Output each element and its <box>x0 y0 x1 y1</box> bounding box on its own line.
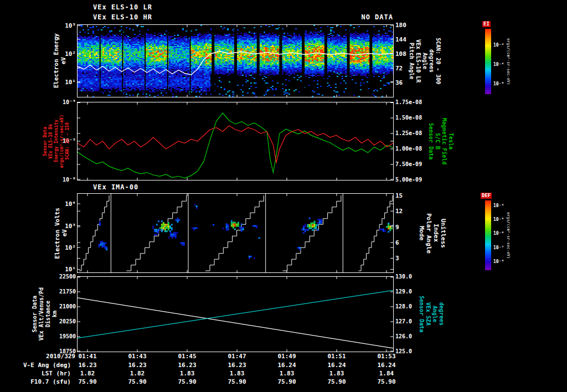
panel-els-spectrogram <box>77 24 394 97</box>
p2-left-axis-title-line: ergs/(cm²-sr-sec-eV) <box>60 115 64 168</box>
p2-left-axis-title: Sensor DataVEx ELS-10 BkEnergy Intensity… <box>43 102 70 180</box>
p1-right-axis-title-line: Pitch Angle <box>409 43 414 79</box>
p3-left-tick: 10¹ <box>32 266 76 273</box>
p4-right-tick: 126.0 <box>395 333 412 339</box>
no-data-status: NO DATA <box>332 13 393 21</box>
p3-right-axis-title-line: Polar Angle <box>426 213 432 254</box>
p1-right-tick: 144 <box>395 36 406 43</box>
colorbar-ei-gradient <box>485 29 491 94</box>
p2-right-tick: 1.00e-08 <box>395 146 422 152</box>
p3-right-tick: 9 <box>395 224 399 231</box>
time-tick-label: 01:53 <box>373 353 400 360</box>
p4-left-axis-title-line: VEx Alt/Venus/Pd <box>39 287 44 341</box>
row-value: 1.83 <box>323 370 350 377</box>
colorbar-unit-text: ergs/(cm²-sr-sec-eV) <box>506 212 510 259</box>
row-value: 16.23 <box>123 362 151 369</box>
row-value: 75.90 <box>373 378 400 385</box>
p4-right-axis-title-line: degrees <box>439 302 444 326</box>
p4-left-axis-title: Sensor DataVEx Alt/Venus/PdDistancekm <box>32 277 58 352</box>
row-value: 75.90 <box>223 378 251 385</box>
p2-right-axis-title-line: S/C B <box>435 133 440 149</box>
colorbar-tick: 10⁻⁸ <box>493 259 504 264</box>
p2-left-axis-title-line: VEx ELS-10 Bk <box>49 124 53 159</box>
p2-right-tick: 1.50e-08 <box>395 115 422 121</box>
p2-right-tick: 1.75e-08 <box>395 99 422 105</box>
time-tick-label: 01:47 <box>223 353 251 360</box>
colorbar-tick: 10⁻⁴ <box>493 203 504 208</box>
row-value: 75.90 <box>74 378 101 385</box>
p1-left-axis-title-line: Electron Energy <box>53 33 59 88</box>
colorbar-tick: 10⁻⁵ <box>493 217 504 222</box>
row-value: 1.83 <box>173 370 201 377</box>
row-value: 1.83 <box>273 370 301 377</box>
row-value: 75.90 <box>173 378 201 385</box>
time-tick-label: 01:45 <box>173 353 201 360</box>
p3-right-axis-title-line: Index <box>433 224 439 242</box>
time-tick-label: 01:49 <box>273 353 301 360</box>
p1-right-tick: 72 <box>395 65 403 72</box>
p3-left-axis-title: Electron VoltseV <box>54 194 68 272</box>
colorbar-unit: ergs/(cm²-sr-sec-eV) <box>506 29 510 94</box>
time-tick-label: 01:51 <box>323 353 350 360</box>
row-label-f107: F10.7 (sfu) <box>0 378 71 385</box>
p2-right-tick: 5.00e-09 <box>395 177 422 183</box>
p2-right-axis-title-line: Sensor Data <box>428 123 434 159</box>
panel-intensity-magfield <box>77 102 394 180</box>
row-value: 16.23 <box>173 362 201 369</box>
p1-right-axis-title-line: Angle <box>422 53 427 69</box>
p4-right-axis-title-line: VEx SZA <box>425 302 431 326</box>
vex-quicklook-screen: VEx ELS-10 LR VEx ELS-10 HR NO DATA VEx … <box>0 0 567 392</box>
p1-right-axis-title: Pitch AngleVEx ELS-10 LRAngledegreesSCAN… <box>409 25 441 97</box>
p4-left-axis-title-line: Distance <box>45 301 51 327</box>
p3-left-axis-title-line: Electron Volts <box>54 208 60 259</box>
p3-right-axis-title-line: Mode <box>419 226 425 241</box>
row-value: 75.90 <box>323 378 350 385</box>
p3-right-tick: 15 <box>395 192 403 199</box>
p1-right-tick: 36 <box>395 79 403 86</box>
p3-right-tick: 3 <box>395 255 399 262</box>
p4-left-axis-title-line: Sensor Data <box>32 296 38 332</box>
row-label-ve-ang: V-E Ang (deg) <box>0 362 71 369</box>
row-value: 16.24 <box>323 362 350 369</box>
p2-right-axis-title-line: Magnetic Field <box>441 118 447 164</box>
p3-right-axis-title: ModePolar AngleIndexUnitless <box>419 194 446 272</box>
p2-right-tick: 1.25e-08 <box>395 130 422 136</box>
p1-right-axis-title-line: SCAN: 20 - 300 <box>435 38 441 84</box>
row-value: 1.84 <box>373 370 400 377</box>
p2-right-axis-title-line: Tesla <box>448 133 453 149</box>
panel1-title-els-lr: VEx ELS-10 LR <box>93 3 152 11</box>
row-value: 1.82 <box>123 370 151 377</box>
colorbar-def-gradient <box>485 200 491 270</box>
row-value: 1.82 <box>74 370 101 377</box>
panel1-title-els-hr: VEx ELS-10 HR <box>93 13 152 21</box>
p1-right-axis-title-line: degrees <box>429 49 434 73</box>
colorbar-unit-text: ergs/(cm²-sr-sec-eV) <box>506 38 510 85</box>
ima-spectrogram-canvas <box>78 194 393 272</box>
p3-right-tick: 12 <box>395 208 403 215</box>
p4-right-axis-title-line: Sensor Data <box>419 296 424 332</box>
p2-left-axis-title-line: Sensor Data <box>43 127 48 156</box>
p1-right-tick: 180 <box>395 22 406 29</box>
row-value: 16.23 <box>74 362 101 369</box>
p1-left-axis-title: Electron EnergyeV <box>53 25 66 97</box>
row-value: 16.24 <box>273 362 301 369</box>
row-value: 75.90 <box>273 378 301 385</box>
row-value: 75.90 <box>123 378 151 385</box>
p3-left-axis-title-line: eV <box>61 229 68 236</box>
time-tick-label: 01:43 <box>123 353 151 360</box>
p3-right-axis-title-line: Unitless <box>440 219 446 248</box>
p4-left-axis-title-line: km <box>52 311 58 317</box>
p2-left-axis-title-line: Energy Intensity <box>54 120 59 162</box>
p4-right-axis-title-line: Angle <box>432 306 437 322</box>
p1-right-tick: 108 <box>395 50 406 58</box>
p2-right-axis-title: Sensor DataS/C BMagnetic FieldTesla <box>428 102 453 180</box>
time-tick-label: 01:41 <box>74 353 101 360</box>
p4-right-tick: 129.0 <box>395 288 412 295</box>
colorbar-def-label: DEF <box>481 193 492 199</box>
panel3-title-ima: VEx IMA-00 <box>93 183 138 191</box>
p3-right-tick: 6 <box>395 239 399 246</box>
row-value: 1.83 <box>223 370 251 377</box>
p2-right-tick: 7.50e-09 <box>395 161 422 167</box>
colorbar-tick: 10⁻⁶ <box>493 231 504 236</box>
p1-left-axis-title-line: eV <box>60 57 66 64</box>
